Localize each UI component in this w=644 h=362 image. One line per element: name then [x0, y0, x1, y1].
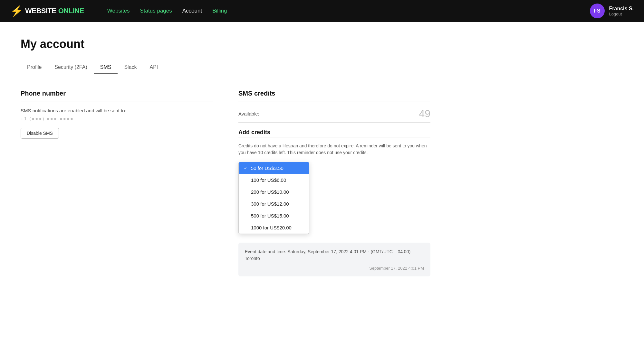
phone-divider — [21, 101, 213, 101]
dropdown-item-label-5: 1000 for US$20.00 — [251, 225, 292, 230]
add-credits-divider — [238, 137, 430, 137]
logo-bolt-icon: ⚡ — [10, 6, 23, 16]
nav-websites[interactable]: Websites — [105, 8, 132, 14]
sms-credits-section: SMS credits Available: 49 Add credits Cr… — [238, 90, 430, 276]
add-credits-title: Add credits — [238, 129, 430, 136]
dropdown-item-3[interactable]: 300 for US$12.00 — [239, 198, 309, 210]
disable-sms-button[interactable]: Disable SMS — [21, 128, 59, 139]
event-timestamp: September 17, 2022 4:01 PM — [245, 266, 424, 271]
dropdown-item-label-4: 500 for US$15.00 — [251, 213, 289, 218]
header: ⚡ WEBSITEONLINE Websites Status pages Ac… — [0, 0, 644, 22]
dropdown-item-4[interactable]: 500 for US$15.00 — [239, 210, 309, 222]
available-row: Available: 49 — [238, 108, 430, 120]
nav-status-pages[interactable]: Status pages — [137, 8, 174, 14]
nav-billing[interactable]: Billing — [210, 8, 229, 14]
logo-text-online: ONLINE — [58, 7, 84, 15]
tab-sms[interactable]: SMS — [94, 61, 118, 74]
two-column-layout: Phone number SMS notifications are enabl… — [21, 90, 430, 276]
credits-description: Credits do not have a lifespan and there… — [238, 143, 430, 156]
page-content: My account Profile Security (2FA) SMS Sl… — [0, 22, 451, 292]
user-name: Francis S. — [609, 6, 634, 12]
tab-slack[interactable]: Slack — [118, 61, 143, 74]
nav-account[interactable]: Account — [180, 8, 205, 14]
dropdown-item-1[interactable]: 100 for US$6.00 — [239, 174, 309, 186]
phone-number-blurred: +1 (●●●) ●●●-●●●● — [21, 116, 213, 121]
credits-dropdown[interactable]: ✓ 50 for US$3.50 100 for US$6.00 200 for… — [238, 162, 309, 234]
logo[interactable]: ⚡ WEBSITEONLINE — [10, 6, 84, 16]
sms-description: SMS notifications are enabled and will b… — [21, 108, 213, 113]
user-area: FS Francis S. Logout — [590, 4, 634, 18]
tab-security[interactable]: Security (2FA) — [48, 61, 93, 74]
phone-section: Phone number SMS notifications are enabl… — [21, 90, 213, 276]
page-title: My account — [21, 37, 430, 51]
sms-credits-title: SMS credits — [238, 90, 430, 97]
avatar: FS — [590, 4, 605, 18]
tab-api[interactable]: API — [143, 61, 165, 74]
dropdown-item-2[interactable]: 200 for US$10.00 — [239, 186, 309, 198]
event-box: Event date and time: Saturday, September… — [238, 243, 430, 276]
available-divider — [238, 122, 430, 123]
buy-row: ✓ 50 for US$3.50 100 for US$6.00 200 for… — [238, 162, 430, 174]
main-nav: Websites Status pages Account Billing — [105, 8, 230, 14]
dropdown-item-0[interactable]: ✓ 50 for US$3.50 — [239, 162, 309, 174]
user-info: Francis S. Logout — [609, 6, 634, 16]
available-label: Available: — [238, 111, 259, 116]
dropdown-item-label-1: 100 for US$6.00 — [251, 177, 286, 183]
available-count: 49 — [419, 108, 430, 120]
check-icon: ✓ — [244, 166, 248, 171]
tab-profile[interactable]: Profile — [21, 61, 48, 74]
tabs: Profile Security (2FA) SMS Slack API — [21, 61, 430, 74]
dropdown-item-label-0: 50 for US$3.50 — [251, 165, 284, 171]
dropdown-item-label-3: 300 for US$12.00 — [251, 201, 289, 207]
phone-section-title: Phone number — [21, 90, 213, 97]
dropdown-item-label-2: 200 for US$10.00 — [251, 189, 289, 195]
sms-credits-divider — [238, 101, 430, 101]
dropdown-item-5[interactable]: 1000 for US$20.00 — [239, 222, 309, 234]
logo-text-website: WEBSITE — [25, 7, 56, 15]
event-text: Event date and time: Saturday, September… — [245, 248, 424, 262]
logout-link[interactable]: Logout — [609, 12, 634, 16]
